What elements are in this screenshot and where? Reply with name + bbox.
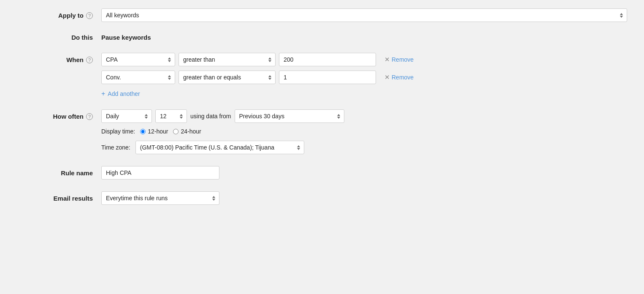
- apply-to-section: Apply to ? All keywords Specific keyword…: [17, 8, 627, 22]
- email-results-section: Email results Everytime this rule runs O…: [17, 191, 627, 205]
- when-label: When ?: [17, 53, 101, 63]
- how-often-text: How often: [53, 113, 84, 120]
- when-help-icon[interactable]: ?: [86, 57, 93, 63]
- add-another-button[interactable]: + Add another: [101, 90, 627, 98]
- rule-name-content: [101, 166, 627, 180]
- how-often-row: Daily Weekly Monthly 1234 5678 9101112 1…: [101, 109, 627, 123]
- when-text: When: [66, 56, 84, 63]
- display-time-label: Display time:: [101, 128, 135, 135]
- plus-icon: +: [101, 90, 105, 98]
- rule-name-input[interactable]: [101, 166, 219, 180]
- radio-12h-input[interactable]: [140, 129, 146, 134]
- rule-name-label: Rule name: [17, 166, 101, 177]
- apply-to-select[interactable]: All keywords Specific keywords Selected …: [101, 8, 627, 22]
- remove-x-icon-1: ✕: [384, 56, 390, 63]
- radio-12h-label: 12-hour: [148, 128, 168, 135]
- timezone-select[interactable]: (GMT-08:00) Pacific Time (U.S. & Canada)…: [135, 141, 304, 154]
- when-row-1: CPA Conv. CTR CPC Impressions Clicks gre…: [101, 53, 627, 66]
- apply-to-help-icon[interactable]: ?: [86, 12, 93, 19]
- remove-x-icon-2: ✕: [384, 74, 390, 81]
- timezone-row: Time zone: (GMT-08:00) Pacific Time (U.S…: [101, 141, 627, 154]
- timezone-label: Time zone:: [101, 144, 130, 151]
- radio-24h-input[interactable]: [173, 129, 179, 134]
- remove-label-1: Remove: [392, 56, 414, 63]
- how-often-section: How often ? Daily Weekly Monthly 1234 56…: [17, 109, 627, 154]
- when-metric-select-1[interactable]: CPA Conv. CTR CPC Impressions Clicks: [101, 53, 175, 66]
- when-row-2: CPA Conv. CTR CPC Impressions Clicks gre…: [101, 71, 627, 84]
- data-from-select[interactable]: Previous 30 days Previous 14 days Previo…: [235, 109, 344, 123]
- when-value-input-1[interactable]: [279, 53, 376, 66]
- when-operator-select-1[interactable]: greater than greater than or equals less…: [179, 53, 276, 66]
- rule-name-section: Rule name: [17, 166, 627, 180]
- when-value-input-2[interactable]: [279, 71, 376, 84]
- frequency-select[interactable]: Daily Weekly Monthly: [101, 109, 152, 123]
- email-results-content: Everytime this rule runs Only if there a…: [101, 191, 627, 205]
- add-another-label: Add another: [108, 90, 140, 97]
- email-results-select[interactable]: Everytime this rule runs Only if there a…: [101, 191, 219, 205]
- radio-24h-label: 24-hour: [181, 128, 201, 135]
- how-often-content: Daily Weekly Monthly 1234 5678 9101112 1…: [101, 109, 627, 154]
- email-results-label: Email results: [17, 191, 101, 202]
- remove-label-2: Remove: [392, 74, 414, 81]
- radio-24h-option[interactable]: 24-hour: [173, 128, 201, 135]
- remove-button-2[interactable]: ✕ Remove: [384, 74, 414, 81]
- when-metric-select-2[interactable]: CPA Conv. CTR CPC Impressions Clicks: [101, 71, 175, 84]
- how-often-help-icon[interactable]: ?: [86, 113, 93, 120]
- how-often-label: How often ?: [17, 109, 101, 120]
- display-time-row: Display time: 12-hour 24-hour: [101, 128, 627, 135]
- apply-to-text: Apply to: [58, 12, 84, 19]
- rule-name-text: Rule name: [61, 169, 93, 177]
- when-content: CPA Conv. CTR CPC Impressions Clicks gre…: [101, 53, 627, 98]
- using-data-from-label: using data from: [190, 113, 231, 120]
- remove-button-1[interactable]: ✕ Remove: [384, 56, 414, 63]
- when-section: When ? CPA Conv. CTR CPC Impressions Cli…: [17, 53, 627, 98]
- when-operator-select-2[interactable]: greater than greater than or equals less…: [179, 71, 276, 84]
- apply-to-label: Apply to ?: [17, 8, 101, 19]
- do-this-label: Do this: [17, 34, 101, 41]
- do-this-value: Pause keywords: [101, 34, 151, 41]
- do-this-section: Do this Pause keywords: [17, 34, 627, 41]
- email-results-text: Email results: [54, 195, 93, 202]
- apply-to-content: All keywords Specific keywords Selected …: [101, 8, 627, 22]
- radio-12h-option[interactable]: 12-hour: [140, 128, 168, 135]
- hour-select[interactable]: 1234 5678 9101112 13141516 17181920 2122…: [155, 109, 187, 123]
